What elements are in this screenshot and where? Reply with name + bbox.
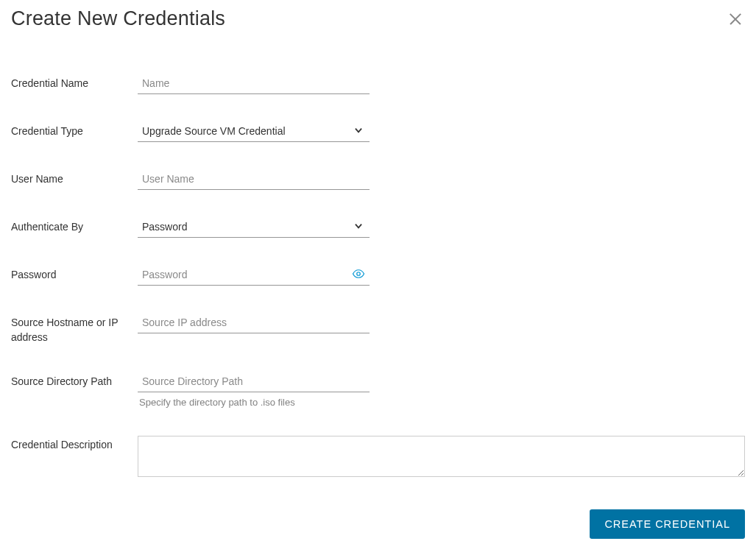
source-dir-input[interactable]	[138, 372, 370, 392]
eye-icon[interactable]	[352, 267, 365, 283]
credential-type-value: Upgrade Source VM Credential	[142, 125, 286, 137]
chevron-down-icon	[353, 125, 364, 138]
page-title: Create New Credentials	[11, 7, 225, 30]
authenticate-by-value: Password	[142, 221, 187, 233]
authenticate-by-select[interactable]: Password	[138, 218, 370, 238]
close-icon[interactable]	[728, 12, 743, 26]
description-textarea[interactable]	[138, 436, 745, 477]
credential-type-label: Credential Type	[11, 122, 138, 139]
chevron-down-icon	[353, 221, 364, 233]
source-dir-hint: Specify the directory path to .iso files	[138, 397, 370, 408]
password-input[interactable]	[138, 266, 370, 286]
user-name-label: User Name	[11, 170, 138, 187]
credential-name-input[interactable]	[138, 74, 370, 94]
create-credential-button[interactable]: CREATE CREDENTIAL	[590, 509, 745, 539]
credential-name-label: Credential Name	[11, 74, 138, 91]
credential-type-select[interactable]: Upgrade Source VM Credential	[138, 122, 370, 142]
authenticate-by-label: Authenticate By	[11, 218, 138, 235]
svg-point-0	[357, 272, 361, 276]
description-label: Credential Description	[11, 436, 138, 453]
password-label: Password	[11, 266, 138, 283]
source-host-input[interactable]	[138, 314, 370, 333]
source-dir-label: Source Directory Path	[11, 372, 138, 389]
user-name-input[interactable]	[138, 170, 370, 190]
credentials-form: Credential Name Credential Type Upgrade …	[11, 74, 745, 539]
source-host-label: Source Hostname or IP address	[11, 314, 138, 344]
